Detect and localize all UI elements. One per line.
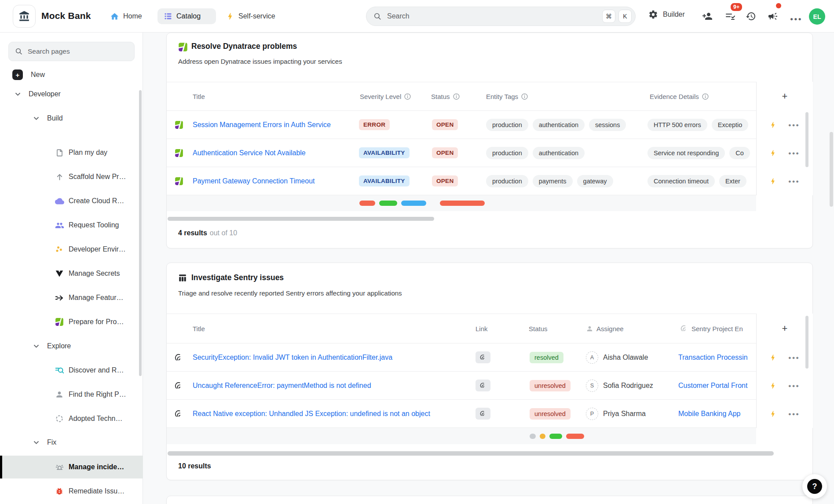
item-label: Developer Envir… — [69, 245, 126, 253]
info-icon[interactable] — [404, 93, 411, 100]
brand-logo-button[interactable] — [13, 5, 36, 28]
row-menu-button[interactable]: ●●● — [788, 355, 800, 360]
group-label: Fix — [47, 438, 56, 446]
tab-catalog[interactable]: Catalog — [157, 8, 216, 24]
sidebar-item-create-cloud-resource[interactable]: Create Cloud R… — [0, 190, 143, 212]
sentry-link-button[interactable] — [476, 351, 490, 363]
sentry-icon — [480, 354, 486, 361]
sidebar-group-fix[interactable]: Fix — [0, 431, 143, 454]
tasks-button[interactable] — [725, 11, 735, 22]
sidebar-group-explore[interactable]: Explore — [0, 335, 143, 358]
sidebar-group-developer[interactable]: Developer — [0, 83, 143, 106]
chevron-down-icon — [33, 344, 39, 348]
info-icon[interactable] — [702, 93, 709, 100]
entity-tags: production payments gateway — [486, 167, 644, 195]
tag-chip: gateway — [577, 175, 613, 187]
sidebar-item-adopted-technologies[interactable]: Adopted Techn… — [0, 407, 143, 430]
run-action-lightning-icon[interactable] — [769, 149, 777, 157]
sidebar-item-discover-and-research[interactable]: Discover and R… — [0, 359, 143, 382]
group-label: Developer — [29, 90, 61, 98]
sidebar-item-manage-incidents[interactable]: Manage incide… — [0, 456, 143, 478]
sidebar-item-remediate-issues[interactable]: Remediate Issu… — [0, 480, 143, 503]
run-action-lightning-icon[interactable] — [769, 177, 777, 185]
table-row[interactable]: Authentication Service Not Available AVA… — [167, 139, 756, 167]
sidebar-item-prepare-for-production[interactable]: Prepare for Pro… — [0, 310, 143, 333]
sentry-link-button[interactable] — [476, 408, 490, 420]
question-icon: ? — [807, 479, 822, 494]
entity-tags: production authentication sessions — [486, 111, 644, 139]
sidebar-item-manage-features[interactable]: Manage Featur… — [0, 286, 143, 309]
sidebar-item-scaffold-new-project[interactable]: Scaffold New Pr… — [0, 165, 143, 188]
global-search[interactable]: ⌘ K — [366, 7, 636, 26]
table-row[interactable]: SecurityException: Invalid JWT token in … — [167, 343, 756, 372]
table-vertical-scrollbar[interactable] — [805, 112, 808, 167]
assignee-avatar: S — [586, 380, 598, 392]
k-keycap: K — [618, 10, 632, 23]
info-icon[interactable] — [453, 93, 460, 100]
announcements-button[interactable] — [768, 11, 778, 22]
sidebar-group-build[interactable]: Build — [0, 107, 143, 130]
page-scrollbar[interactable] — [830, 132, 833, 207]
run-action-lightning-icon[interactable] — [769, 354, 777, 362]
assignee-avatar: A — [586, 351, 598, 364]
help-button[interactable]: ? — [802, 474, 827, 499]
bug-icon — [55, 486, 64, 496]
tag-chip: production — [486, 119, 528, 131]
issue-title-link[interactable]: React Native exception: Unhandled JS Exc… — [193, 410, 430, 418]
tab-self-service[interactable]: Self-service — [219, 8, 282, 24]
sentry-table: Title Link Status Assignee Sentry Projec… — [167, 314, 756, 428]
sidebar-item-request-tooling[interactable]: Request Tooling — [0, 214, 143, 237]
sentry-project-link[interactable]: Mobile Banking App — [678, 410, 740, 418]
row-menu-button[interactable]: ●●● — [788, 411, 800, 416]
row-menu-button[interactable]: ●●● — [788, 150, 800, 156]
sidebar-item-developer-environments[interactable]: Developer Envir… — [0, 238, 143, 261]
table-horizontal-scrollbar[interactable] — [168, 217, 434, 221]
problem-title-link[interactable]: Payment Gateway Connection Timeout — [193, 177, 315, 185]
problem-title-link[interactable]: Authentication Service Not Available — [193, 149, 306, 157]
sidebar-item-plan-my-day[interactable]: Plan my day — [0, 141, 143, 164]
sentry-link-button[interactable] — [476, 380, 490, 391]
user-avatar[interactable]: EL — [809, 8, 825, 25]
gear-icon — [648, 10, 658, 19]
row-menu-button[interactable]: ●●● — [788, 383, 800, 388]
run-action-lightning-icon[interactable] — [769, 382, 777, 390]
table-row[interactable]: Session Management Errors in Auth Servic… — [167, 111, 756, 139]
assignee-name: Aisha Olawale — [603, 354, 648, 362]
colored-bar — [359, 201, 375, 206]
sentry-project-link[interactable]: Customer Portal Front — [678, 382, 747, 390]
catalog-list-icon — [164, 12, 172, 21]
sidebar-search[interactable] — [8, 42, 135, 61]
run-action-lightning-icon[interactable] — [769, 410, 777, 418]
add-column-button[interactable]: + — [757, 82, 813, 111]
sidebar-item-manage-secrets[interactable]: Manage Secrets — [0, 262, 143, 285]
table-horizontal-scrollbar[interactable] — [168, 451, 774, 456]
problem-title-link[interactable]: Session Management Errors in Auth Servic… — [193, 121, 331, 129]
tab-home[interactable]: Home — [104, 8, 148, 24]
column-header-evidence-details: Evidence Details — [650, 82, 709, 110]
item-label: Find the Right P… — [69, 391, 126, 398]
issue-title-link[interactable]: Uncaught ReferenceError: paymentMethod i… — [193, 382, 371, 390]
builder-button[interactable]: Builder — [648, 10, 685, 19]
sidebar-item-find-the-right-person[interactable]: Find the Right P… — [0, 383, 143, 406]
table-icon — [178, 274, 188, 283]
table-header-row: Title Severity Level Status Entity Tags … — [167, 82, 756, 111]
add-column-button[interactable]: + — [757, 314, 813, 343]
more-menu-button[interactable]: ●●● — [790, 16, 802, 22]
sentry-project-link[interactable]: Transaction Processin — [678, 354, 748, 362]
table-row[interactable]: React Native exception: Unhandled JS Exc… — [167, 400, 756, 428]
sidebar-scrollbar[interactable] — [139, 90, 142, 376]
row-menu-button[interactable]: ●●● — [788, 122, 800, 128]
run-action-lightning-icon[interactable] — [769, 121, 777, 129]
table-row[interactable]: Payment Gateway Connection Timeout AVAIL… — [167, 167, 756, 195]
info-icon[interactable] — [521, 93, 528, 100]
row-menu-button[interactable]: ●●● — [788, 179, 800, 184]
invite-user-button[interactable] — [702, 11, 713, 22]
issue-title-link[interactable]: SecurityException: Invalid JWT token in … — [193, 354, 392, 362]
global-search-input[interactable] — [387, 12, 599, 20]
table-row[interactable]: Uncaught ReferenceError: paymentMethod i… — [167, 372, 756, 400]
dynatrace-table: Title Severity Level Status Entity Tags … — [167, 82, 756, 195]
assignee-name: Priya Sharma — [603, 410, 646, 418]
table-vertical-scrollbar[interactable] — [805, 316, 808, 369]
history-button[interactable] — [746, 11, 756, 22]
sidebar-search-input[interactable] — [28, 47, 128, 55]
